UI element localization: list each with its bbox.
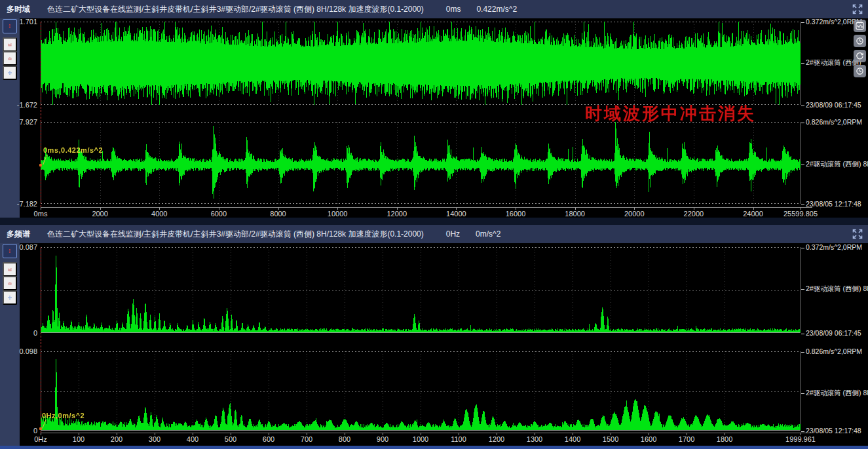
measurement-path: 色连二矿大型设备在线监测/主斜井皮带机/主斜井3#驱动部/2#驱动滚筒 (西侧)… <box>47 229 424 240</box>
x-tick-label: 6000 <box>211 210 227 218</box>
y-max-label: 1.701 <box>0 18 37 26</box>
cursor-line[interactable] <box>41 247 41 433</box>
x-tick-label: 600 <box>263 435 274 443</box>
x-tick-label: 1000 <box>413 435 428 443</box>
x-tick-label: 700 <box>301 435 312 443</box>
x-axis: 0Hz1002003004005006007008009001000110012… <box>0 433 868 444</box>
waveform-icon[interactable] <box>854 20 866 32</box>
expand-icon[interactable] <box>852 228 863 240</box>
x-axis: 0ms2000400060008000100001200014000160001… <box>0 207 868 219</box>
pan-move-icon[interactable] <box>3 290 17 305</box>
expand-icon[interactable] <box>852 3 863 15</box>
multi-cursor-icon[interactable] <box>3 37 17 52</box>
x-tick-label: 0Hz <box>34 435 47 443</box>
x-tick-label: 4000 <box>151 210 167 218</box>
x-tick-label: 500 <box>225 435 236 443</box>
panel-header: 多频谱 色连二矿大型设备在线监测/主斜井皮带机/主斜井3#驱动部/2#驱动滚筒 … <box>0 225 868 243</box>
panel-title: 多频谱 <box>7 229 30 240</box>
harmonic-cursor-icon[interactable] <box>3 276 17 290</box>
cursor-marker-dot <box>39 164 42 166</box>
x-tick-label: 20000 <box>624 210 645 218</box>
x-tick-label: 18000 <box>565 210 585 218</box>
x-tick-label: 1100 <box>451 435 466 443</box>
panel-header: 多时域 色连二矿大型设备在线监测/主斜井皮带机/主斜井3#驱动部/2#驱动滚筒 … <box>0 0 868 18</box>
x-tick-label: 14000 <box>446 210 466 218</box>
cursor-annotation: 0Hz,0m/s^2 <box>42 412 85 420</box>
time-domain-panel: 多时域 色连二矿大型设备在线监测/主斜井皮带机/主斜井3#驱动部/2#驱动滚筒 … <box>0 0 868 218</box>
right-channel-label: 2#驱动滚筒 (西侧) 8H <box>801 389 868 398</box>
history2-icon[interactable] <box>854 65 866 77</box>
y-max-label: 0.098 <box>0 347 37 355</box>
right-channel-label: 2#驱动滚筒 (西侧) 8H <box>801 160 868 169</box>
y-min-label: 0 <box>0 329 37 337</box>
right-time-label: 23/08/09 06:17:45 <box>801 101 861 109</box>
right-value-label: 0.372m/s^2,0RPM <box>801 243 862 251</box>
cursor-x-readout: 0ms <box>446 5 461 14</box>
window-bottom-bar <box>0 446 868 449</box>
x-tick-label: 12000 <box>387 210 407 218</box>
x-tick-label: 1500 <box>603 435 618 443</box>
x-tick-label: 100 <box>73 435 85 443</box>
x-tick-label: 1600 <box>641 435 656 443</box>
cursor-y-readout: 0m/s^2 <box>476 229 500 239</box>
cursor-marker-dot <box>39 427 42 430</box>
cursor-x-readout: 0Hz <box>446 229 460 239</box>
x-tick-label: 22000 <box>684 210 704 218</box>
history-icon[interactable] <box>854 35 866 47</box>
alert-annotation: 时域波形中冲击消失 <box>585 102 756 125</box>
plot-body: 0.087 0 0.098 0 0.372m/s^2,0RPM 2#驱动滚筒 (… <box>0 243 868 446</box>
spectrum-panel: 多频谱 色连二矿大型设备在线监测/主斜井皮带机/主斜井3#驱动部/2#驱动滚筒 … <box>0 225 868 446</box>
cursor-annotation: 0ms,0.422m/s^2 <box>43 146 103 154</box>
spectrum-plot-1[interactable] <box>41 247 801 333</box>
x-tick-label: 2000 <box>92 210 107 218</box>
pan-move-icon[interactable] <box>3 66 17 80</box>
cursor-y-readout: 0.422m/s^2 <box>476 5 517 14</box>
x-tick-label: 10000 <box>328 210 348 218</box>
spectrum-plot-2[interactable] <box>41 351 801 431</box>
x-tick-label: 8000 <box>270 210 286 218</box>
time-waveform-plot-1[interactable] <box>41 22 801 105</box>
x-tick-label: 16000 <box>506 210 526 218</box>
right-value-label: 0.826m/s^2,0RPM <box>801 347 862 355</box>
x-tick-label: 1300 <box>527 435 542 443</box>
right-channel-label: 2#驱动滚筒 (西侧) <box>801 58 861 68</box>
x-tick-label: 200 <box>111 435 123 443</box>
x-tick-label: 1400 <box>565 435 580 443</box>
multi-cursor-icon[interactable] <box>3 262 17 277</box>
y-max-label: 0.087 <box>0 243 37 251</box>
refresh-icon[interactable] <box>854 50 866 62</box>
x-tick-label: 1800 <box>717 435 732 443</box>
x-tick-label: 0ms <box>34 210 48 218</box>
x-tick-label: 25599.805 <box>783 210 818 218</box>
x-tick-label: 900 <box>377 435 388 443</box>
harmonic-cursor-icon[interactable] <box>3 51 17 66</box>
time-waveform-plot-2[interactable] <box>41 122 801 204</box>
x-tick-label: 1999.961 <box>785 435 816 443</box>
y-max-label: 7.927 <box>0 118 37 126</box>
cursor-line[interactable] <box>41 22 41 207</box>
right-value-label: 0.826m/s^2,0RPM <box>801 118 862 126</box>
measurement-path: 色连二矿大型设备在线监测/主斜井皮带机/主斜井3#驱动部/2#驱动滚筒 (西侧)… <box>47 4 424 15</box>
plot-body: 1.701 -1.672 7.927 -7.182 0.372m/s^2,0RP… <box>0 18 868 218</box>
left-toolbar <box>0 243 20 446</box>
x-tick-label: 400 <box>187 435 198 443</box>
x-tick-label: 800 <box>339 435 350 443</box>
x-tick-label: 24000 <box>743 210 763 218</box>
right-toolbar <box>854 20 866 77</box>
x-tick-label: 300 <box>149 435 160 443</box>
panel-title: 多时域 <box>7 4 30 15</box>
right-channel-label: 2#驱动滚筒 (西侧) 8H <box>801 284 868 294</box>
y-min-label: -1.672 <box>0 101 37 109</box>
right-time-label: 23/08/09 06:17:45 <box>801 329 861 337</box>
x-tick-label: 1700 <box>679 435 694 443</box>
x-tick-label: 1200 <box>489 435 504 443</box>
